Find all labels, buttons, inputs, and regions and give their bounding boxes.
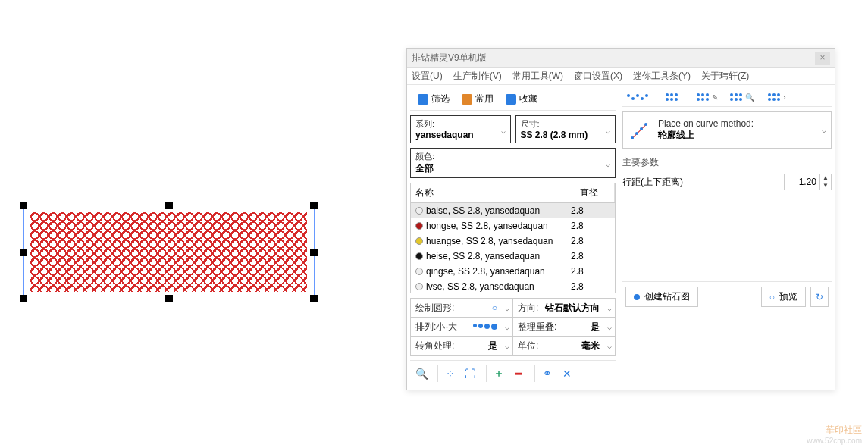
list-row[interactable]: heise, SS 2.8, yansedaquan2.8 <box>411 249 615 264</box>
row-name: baise, SS 2.8, yansedaquan <box>426 205 568 216</box>
corner-select[interactable]: 转角处理:是⌵ <box>411 337 513 355</box>
pattern-wave[interactable] <box>624 91 651 103</box>
list-row[interactable]: hongse, SS 2.8, yansedaquan2.8 <box>411 218 615 233</box>
size-label: 尺寸: <box>521 118 611 130</box>
minus-icon[interactable]: ━ <box>510 365 527 382</box>
spin-down[interactable]: ▼ <box>820 182 831 190</box>
draw-shape-select[interactable]: 绘制圆形:○⌵ <box>411 299 513 317</box>
preview-label: 预览 <box>779 290 797 303</box>
size-dots-icon <box>473 324 508 330</box>
watermark-sub: www.52cnp.com <box>807 437 862 445</box>
plus-icon[interactable]: ＋ <box>486 365 503 382</box>
menu-production[interactable]: 生产制作(V) <box>453 70 502 83</box>
color-dropdown[interactable]: 颜色: 全部 ⌵ <box>410 148 616 178</box>
handle-top-left[interactable] <box>20 202 27 209</box>
menu-about[interactable]: 关于玮轩(Z) <box>701 70 749 83</box>
row-diameter: 2.8 <box>571 236 610 246</box>
chevron-down-icon: ⌵ <box>505 342 509 350</box>
spin-up[interactable]: ▲ <box>820 174 831 182</box>
unit-select[interactable]: 单位:毫米⌵ <box>513 337 615 355</box>
chevron-down-icon: ⌵ <box>505 304 509 312</box>
params-section: 主要参数 行距(上下距离) ▲▼ <box>622 156 832 190</box>
right-pane: ✎ 🔍 › Place on curve method: 轮廓线上 ⌵ 主要参数… <box>619 85 835 390</box>
size-dropdown[interactable]: 尺寸: SS 2.8 (2.8 mm) ⌵ <box>515 115 616 143</box>
refresh-button[interactable]: ↻ <box>810 287 829 307</box>
pattern-grid-chevron[interactable]: › <box>763 91 791 103</box>
menu-mini-toolbar[interactable]: 迷你工具条(Y) <box>633 70 691 83</box>
row-spacing-input[interactable] <box>785 175 819 189</box>
favorite-icon <box>506 94 516 105</box>
scatter-icon[interactable]: ✕ <box>559 365 575 382</box>
tab-filter-label: 筛选 <box>431 92 450 105</box>
tab-common[interactable]: 常用 <box>457 91 498 107</box>
handle-top-center[interactable] <box>165 202 173 209</box>
watermark-main: 華印社區 <box>826 425 862 435</box>
list-header: 名称 直径 <box>410 183 616 202</box>
series-dropdown[interactable]: 系列: yansedaquan ⌵ <box>410 115 511 143</box>
reorganize-select[interactable]: 整理重叠:是⌵ <box>513 318 615 336</box>
direction-label: 方向: <box>518 302 538 315</box>
action-bar: 创建钻石图 ○预览 ↻ <box>622 281 832 312</box>
row-diameter: 2.8 <box>571 205 610 216</box>
pattern-fill[interactable] <box>30 212 307 292</box>
row-diameter: 2.8 <box>571 266 610 277</box>
list-row[interactable]: lvse, SS 2.8, yansedaquan2.8 <box>411 279 615 293</box>
menu-window[interactable]: 窗口设置(X) <box>574 70 622 83</box>
row-diameter: 2.8 <box>571 281 610 292</box>
pencil-icon: ✎ <box>712 93 718 102</box>
create-button[interactable]: 创建钻石图 <box>625 287 698 307</box>
list-row[interactable]: qingse, SS 2.8, yansedaquan2.8 <box>411 264 615 279</box>
method-value: 轮廓线上 <box>658 129 754 142</box>
link-icon[interactable]: ⚭ <box>534 365 551 382</box>
handle-mid-right[interactable] <box>310 249 318 256</box>
chevron-down-icon: ⌵ <box>501 127 506 135</box>
handle-bottom-left[interactable] <box>20 295 27 302</box>
handle-top-right[interactable] <box>310 202 318 209</box>
handle-bottom-right[interactable] <box>310 295 318 302</box>
color-swatch <box>415 207 423 215</box>
pattern-grid-edit[interactable]: ✎ <box>694 91 721 103</box>
handle-mid-left[interactable] <box>20 249 27 256</box>
dot-icon <box>634 294 640 300</box>
row-name: qingse, SS 2.8, yansedaquan <box>426 266 568 277</box>
list-row[interactable]: huangse, SS 2.8, yansedaquan2.8 <box>411 233 615 249</box>
circle-icon: ○ <box>769 292 775 302</box>
row-spacing-spinner[interactable]: ▲▼ <box>784 174 832 190</box>
handle-bottom-center[interactable] <box>165 295 173 302</box>
zoom-icon[interactable]: 🔍 <box>413 365 430 382</box>
titlebar[interactable]: 排钻精灵V9单机版 × <box>407 49 835 68</box>
method-select[interactable]: Place on curve method: 轮廓线上 ⌵ <box>622 111 832 149</box>
window-title: 排钻精灵V9单机版 <box>412 52 487 64</box>
color-swatch <box>415 237 423 245</box>
close-button[interactable]: × <box>815 52 830 65</box>
tab-filter[interactable]: 筛选 <box>413 91 454 107</box>
preview-button[interactable]: ○预览 <box>761 287 806 307</box>
arrange-select[interactable]: 排列:小-大⌵ <box>411 318 513 336</box>
reorganize-label: 整理重叠: <box>518 321 556 334</box>
row-name: heise, SS 2.8, yansedaquan <box>426 251 568 262</box>
chevron-down-icon: ⌵ <box>607 323 612 331</box>
left-pane: 筛选 常用 收藏 系列: yansedaquan ⌵ 尺寸: SS 2.8 (2… <box>407 85 619 390</box>
menu-tools[interactable]: 常用工具(W) <box>512 70 563 83</box>
bounds-icon[interactable]: ⛶ <box>462 365 478 382</box>
method-title: Place on curve method: <box>658 118 754 129</box>
params-title: 主要参数 <box>622 156 832 169</box>
chevron-down-icon: ⌵ <box>822 126 826 134</box>
left-tabbar: 筛选 常用 收藏 <box>410 88 616 111</box>
list-body[interactable]: baise, SS 2.8, yansedaquan2.8hongse, SS … <box>410 202 616 293</box>
direction-select[interactable]: 方向:钻石默认方向⌵ <box>513 299 615 317</box>
col-name[interactable]: 名称 <box>411 183 575 202</box>
list-row[interactable]: baise, SS 2.8, yansedaquan2.8 <box>411 203 615 218</box>
unit-value: 毫米 <box>581 340 610 352</box>
cluster-icon[interactable]: ⁘ <box>437 365 454 382</box>
pattern-grid[interactable] <box>659 91 686 103</box>
size-value: SS 2.8 (2.8 mm) <box>521 130 611 140</box>
menu-settings[interactable]: 设置(U) <box>412 70 443 83</box>
col-diameter[interactable]: 直径 <box>575 183 615 202</box>
magnifier-icon: 🔍 <box>745 93 754 102</box>
tab-favorite[interactable]: 收藏 <box>501 91 542 107</box>
chevron-down-icon: ⌵ <box>505 323 509 331</box>
row-name: huangse, SS 2.8, yansedaquan <box>426 236 568 246</box>
canvas-area[interactable] <box>11 193 326 311</box>
pattern-grid-zoom[interactable]: 🔍 <box>729 91 756 103</box>
